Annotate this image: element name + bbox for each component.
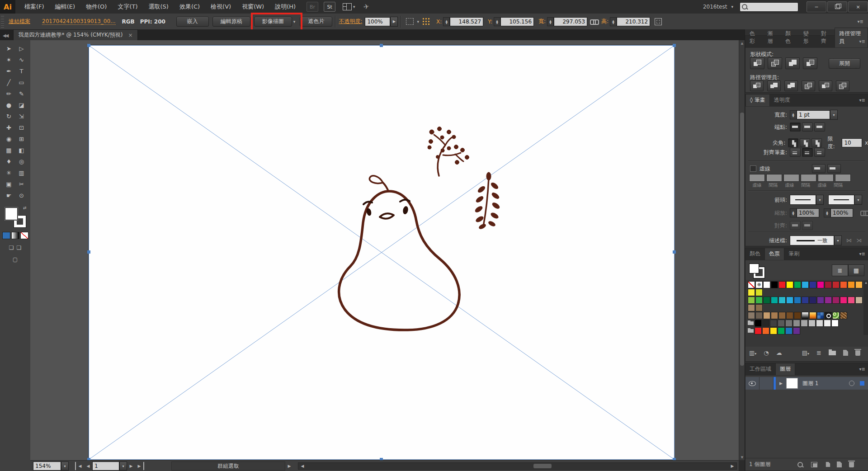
- align-stroke-inside-button[interactable]: [802, 148, 813, 157]
- new-color-group-icon[interactable]: [829, 351, 836, 355]
- swatch[interactable]: [786, 297, 793, 304]
- swatch-kinds-icon[interactable]: ▤▾: [802, 349, 809, 356]
- swatch[interactable]: [816, 320, 823, 327]
- menu-item[interactable]: 物件(O): [80, 0, 112, 14]
- swatch[interactable]: [793, 327, 800, 334]
- perspective-grid-tool[interactable]: ⊞: [15, 133, 28, 145]
- swatch[interactable]: [825, 281, 832, 288]
- scale-end-field[interactable]: 100%: [830, 208, 853, 217]
- document-tab[interactable]: 我是四方連續教學* @ 154% (CMYK/預視) ×: [13, 29, 137, 40]
- swatch[interactable]: [763, 312, 770, 319]
- cap-round-button[interactable]: [802, 122, 813, 132]
- swatch-g-bw[interactable]: [802, 312, 809, 319]
- swatch[interactable]: [848, 297, 855, 304]
- gap-field[interactable]: [835, 174, 851, 182]
- new-swatch-icon[interactable]: [843, 350, 848, 356]
- status-menu-icon[interactable]: ▶: [285, 462, 293, 470]
- swatch-libraries-icon[interactable]: ▥▾: [749, 349, 756, 356]
- arrow-align-end-button[interactable]: [802, 221, 813, 230]
- swatch[interactable]: [855, 281, 863, 288]
- menu-item[interactable]: 檔案(F): [19, 0, 50, 14]
- swatch[interactable]: [786, 312, 793, 319]
- slice-tool[interactable]: ✂: [15, 179, 28, 190]
- link-scales-icon[interactable]: [860, 211, 868, 215]
- clipping-mask-icon[interactable]: [811, 462, 817, 467]
- shape-mode-intersect-button[interactable]: [785, 57, 800, 69]
- collapse-tabs-icon[interactable]: ◀◀: [3, 33, 8, 38]
- menu-item[interactable]: 檢視(V): [205, 0, 236, 14]
- next-artboard-button[interactable]: ▶: [127, 462, 135, 470]
- swatch-p-flo[interactable]: [832, 312, 840, 319]
- width-field[interactable]: 297.053: [554, 17, 587, 26]
- tab-圖層[interactable]: 圖層: [775, 363, 795, 375]
- swatch[interactable]: [755, 327, 762, 334]
- swatch[interactable]: [794, 281, 801, 288]
- tab-工作區域[interactable]: 工作區域: [745, 363, 775, 375]
- layer-lock-cell[interactable]: [760, 377, 774, 390]
- bridge-button[interactable]: Br: [307, 2, 318, 12]
- swatch[interactable]: [793, 320, 800, 327]
- arrange-documents-icon[interactable]: [343, 3, 352, 10]
- creative-cloud-icon[interactable]: ☁: [776, 349, 782, 356]
- width-profile-select[interactable]: 一致: [790, 236, 834, 245]
- swatch[interactable]: [748, 297, 755, 304]
- swatch[interactable]: [755, 320, 762, 327]
- panel-menu-icon[interactable]: ▾≣: [859, 367, 865, 372]
- swatch[interactable]: [802, 281, 809, 288]
- width-tool[interactable]: ✚: [3, 122, 15, 133]
- hand-tool[interactable]: ☛: [3, 190, 15, 201]
- gap-field[interactable]: [766, 174, 782, 182]
- mesh-tool[interactable]: ▦: [3, 145, 15, 156]
- join-miter-button[interactable]: [788, 138, 798, 147]
- control-bar-grip[interactable]: [1, 16, 4, 28]
- draw-normal-icon[interactable]: ❏: [9, 245, 14, 251]
- pencil-tool[interactable]: ✎: [15, 88, 28, 99]
- opacity-field[interactable]: 100%: [365, 17, 390, 26]
- swatch[interactable]: [778, 320, 785, 327]
- search-input[interactable]: [740, 2, 798, 12]
- pathfinder-divide-button[interactable]: [750, 80, 764, 91]
- share-rocket-icon[interactable]: ✈: [363, 2, 369, 11]
- scale-start-stepper[interactable]: ▲▼: [790, 208, 797, 217]
- swatch-g-or[interactable]: [809, 312, 816, 319]
- blob-brush-tool[interactable]: ●: [3, 99, 15, 111]
- free-transform-tool[interactable]: ⊡: [15, 122, 28, 133]
- filename-link[interactable]: 20170424100319013_00...: [42, 18, 116, 25]
- tab-漸層[interactable]: 漸層: [763, 28, 781, 47]
- swatch[interactable]: [762, 327, 769, 334]
- tab-筆刷[interactable]: 筆刷: [784, 248, 803, 260]
- embed-button[interactable]: 嵌入: [176, 17, 209, 27]
- swatch[interactable]: [755, 304, 763, 311]
- arrowhead-start-select[interactable]: [790, 195, 816, 205]
- pen-tool[interactable]: ✒: [3, 66, 15, 77]
- join-round-button[interactable]: [800, 138, 810, 147]
- tab-顏色[interactable]: 顏色: [781, 28, 799, 47]
- scroll-left-icon[interactable]: ◀: [298, 463, 307, 469]
- menu-item[interactable]: 選取(S): [143, 0, 174, 14]
- swatch[interactable]: [817, 281, 824, 288]
- swatch[interactable]: [794, 297, 801, 304]
- tab-顏色[interactable]: 顏色: [745, 248, 764, 260]
- dash-preserve-button[interactable]: [812, 164, 826, 173]
- swatch-folder[interactable]: [748, 320, 754, 326]
- draw-behind-icon[interactable]: ❏: [17, 245, 22, 251]
- grid-view-button[interactable]: ▦: [848, 264, 864, 276]
- flip-along-icon[interactable]: ⋈: [846, 237, 852, 244]
- control-panel-menu-icon[interactable]: ▾≣: [858, 19, 863, 24]
- panel-menu-icon[interactable]: ▾≣: [859, 39, 865, 44]
- rectangle-tool[interactable]: ▭: [15, 77, 28, 88]
- canvas[interactable]: [30, 40, 739, 460]
- swatch[interactable]: [755, 312, 763, 319]
- mask-button[interactable]: 遮色片: [300, 17, 332, 27]
- first-artboard-button[interactable]: ◀: [75, 462, 84, 470]
- blend-tool[interactable]: ◎: [15, 156, 28, 167]
- linked-file-label[interactable]: 連結檔案: [9, 18, 30, 25]
- delete-layer-icon[interactable]: [849, 462, 854, 467]
- image-trace-dropdown-icon[interactable]: ▾: [293, 19, 296, 24]
- swatch[interactable]: [832, 297, 840, 304]
- image-trace-button[interactable]: 影像描圖: [254, 17, 292, 27]
- height-stepper[interactable]: ▲▼: [610, 17, 617, 26]
- arrowhead-end-dropdown-icon[interactable]: ▾: [854, 195, 862, 205]
- close-button[interactable]: ×: [848, 1, 868, 12]
- menu-item[interactable]: 效果(C): [174, 0, 205, 14]
